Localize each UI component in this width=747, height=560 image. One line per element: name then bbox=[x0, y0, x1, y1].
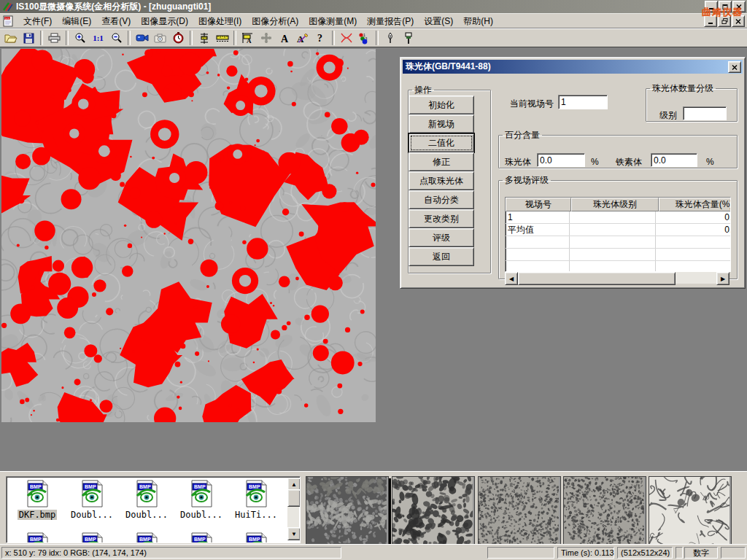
vendor-watermark: 曲靖仪器 bbox=[702, 6, 743, 19]
dialog-title-bar[interactable]: 珠光体(GB/T9441-88) bbox=[403, 60, 743, 74]
ferrite-label: 铁素体 bbox=[616, 156, 642, 168]
col-pearlite-grade[interactable]: 珠光体级别 bbox=[571, 198, 659, 211]
menu-image-analysis[interactable]: 图像分析(A) bbox=[247, 14, 303, 29]
ferrite-percent-input[interactable]: 0.0 bbox=[651, 153, 697, 167]
file-item[interactable]: BMP Doubl... bbox=[66, 480, 118, 520]
col-field-number[interactable]: 视场号 bbox=[506, 198, 571, 211]
rate-button[interactable]: 评级 bbox=[409, 228, 474, 247]
metallographic-image[interactable] bbox=[1, 49, 376, 422]
file-name[interactable]: Doubl... bbox=[69, 510, 115, 520]
toolbar: 1:1 A A A ? 13 bbox=[0, 28, 747, 47]
text-button[interactable]: A bbox=[275, 30, 293, 47]
file-name[interactable]: Doubl... bbox=[179, 510, 224, 520]
help-button[interactable]: ? bbox=[311, 30, 330, 47]
grade-input[interactable] bbox=[683, 106, 727, 120]
table-horizontal-scrollbar[interactable]: ◀ ▶ bbox=[505, 272, 729, 284]
table-row[interactable]: 平均值 0.0 bbox=[506, 224, 730, 236]
binarize-button[interactable]: 二值化 bbox=[409, 133, 474, 152]
zoom-out-button[interactable] bbox=[107, 30, 125, 47]
file-name[interactable]: DKF.bmp bbox=[18, 510, 58, 520]
operations-legend: 操作 bbox=[412, 84, 434, 96]
scroll-thumb[interactable] bbox=[518, 272, 676, 285]
menu-image-display[interactable]: 图像显示(D) bbox=[136, 14, 193, 29]
menu-view[interactable]: 查看(V) bbox=[96, 14, 136, 29]
cell: 1 bbox=[506, 211, 570, 223]
menu-image-processing[interactable]: 图像处理(I) bbox=[193, 14, 247, 29]
text-edit-button[interactable]: A bbox=[293, 30, 311, 47]
zoom-in-button[interactable] bbox=[71, 30, 89, 47]
curve-button[interactable] bbox=[337, 30, 355, 47]
rating-table[interactable]: 视场号 珠光体级别 珠光体含量(%) 铁素体 1 0.0 平均值 0.0 bbox=[505, 197, 731, 272]
actual-size-button[interactable]: 1:1 bbox=[89, 30, 107, 47]
print-button[interactable] bbox=[45, 30, 63, 47]
timer-button[interactable] bbox=[169, 30, 187, 47]
file-item[interactable]: BMP DKF.bmp bbox=[11, 480, 63, 520]
initialize-button[interactable]: 初始化 bbox=[409, 96, 474, 114]
thumbnail-1[interactable] bbox=[306, 476, 389, 546]
menu-image-measure[interactable]: 图像测量(M) bbox=[303, 14, 362, 29]
current-field-input[interactable]: 1 bbox=[558, 95, 608, 109]
menu-file[interactable]: 文件(F) bbox=[18, 14, 57, 29]
table-row[interactable] bbox=[506, 261, 730, 272]
toolbar-separator bbox=[233, 31, 236, 45]
auto-classify-button[interactable]: 自动分类 bbox=[409, 190, 474, 209]
svg-text:BMP: BMP bbox=[194, 537, 206, 542]
col-pearlite-content[interactable]: 珠光体含量(%) bbox=[659, 198, 731, 211]
video-camera-button[interactable] bbox=[133, 30, 151, 47]
return-button[interactable]: 返回 bbox=[409, 247, 474, 266]
brush-button[interactable] bbox=[399, 30, 417, 47]
file-item[interactable]: BMP Doubl... bbox=[175, 480, 228, 520]
scroll-down-button[interactable]: ▼ bbox=[287, 527, 301, 540]
percent-group: 百分含量 珠光体 0.0 % 铁素体 0.0 % bbox=[498, 129, 738, 168]
file-item[interactable]: BMP bbox=[66, 532, 118, 543]
pen-button[interactable] bbox=[381, 30, 399, 47]
ruler-vertical-button[interactable] bbox=[195, 30, 213, 47]
scroll-left-button[interactable]: ◀ bbox=[505, 272, 518, 285]
camera-button[interactable] bbox=[151, 30, 169, 47]
bottom-panel: BMP DKF.bmp BMP Doubl... BMP Doubl... BM… bbox=[0, 471, 747, 545]
menu-settings[interactable]: 设置(S) bbox=[419, 14, 458, 29]
table-header-row: 视场号 珠光体级别 珠光体含量(%) 铁素体 bbox=[506, 198, 730, 211]
color-dots-button[interactable]: 13 bbox=[355, 30, 374, 47]
table-row[interactable] bbox=[506, 236, 730, 249]
change-class-button[interactable]: 更改类别 bbox=[409, 209, 474, 228]
table-row[interactable]: 1 0.0 bbox=[506, 211, 730, 224]
ruler-horizontal-button[interactable] bbox=[213, 30, 231, 47]
thumbnail-5[interactable] bbox=[649, 476, 732, 546]
scroll-thumb[interactable] bbox=[287, 489, 301, 507]
open-button[interactable] bbox=[1, 30, 20, 47]
menu-help[interactable]: 帮助(H) bbox=[458, 14, 498, 29]
pearlite-percent-input[interactable]: 0.0 bbox=[537, 153, 585, 167]
file-browser[interactable]: BMP DKF.bmp BMP Doubl... BMP Doubl... BM… bbox=[6, 476, 301, 543]
thumbnail-2[interactable] bbox=[392, 476, 475, 546]
file-name[interactable]: Doubl... bbox=[124, 510, 169, 520]
menu-edit[interactable]: 编辑(E) bbox=[57, 14, 96, 29]
save-button[interactable] bbox=[20, 30, 38, 47]
file-name[interactable]: HuiTi... bbox=[233, 510, 279, 520]
svg-text:A: A bbox=[247, 37, 252, 44]
file-item[interactable]: BMP bbox=[175, 532, 228, 543]
scroll-track[interactable] bbox=[676, 272, 716, 284]
new-field-button[interactable]: 新视场 bbox=[409, 114, 474, 133]
pick-pearlite-button[interactable]: 点取珠光体 bbox=[409, 171, 474, 190]
cell bbox=[506, 236, 570, 248]
image-size-readout: (512x512x24) bbox=[617, 547, 673, 559]
move-button[interactable] bbox=[257, 30, 275, 47]
svg-text:BMP: BMP bbox=[30, 537, 42, 542]
file-item[interactable]: BMP bbox=[230, 532, 282, 543]
cell bbox=[656, 236, 731, 248]
table-row[interactable] bbox=[506, 249, 730, 261]
file-vertical-scrollbar[interactable]: ▲ ▼ bbox=[287, 478, 299, 540]
thumbnail-4[interactable] bbox=[563, 476, 646, 546]
scroll-right-button[interactable]: ▶ bbox=[716, 272, 729, 285]
svg-text:A: A bbox=[281, 34, 289, 44]
file-item[interactable]: BMP HuiTi... bbox=[230, 480, 282, 520]
file-item[interactable]: BMP bbox=[120, 532, 173, 543]
thumbnail-3[interactable] bbox=[478, 476, 561, 546]
file-item[interactable]: BMP Doubl... bbox=[120, 480, 173, 520]
file-item[interactable]: BMP bbox=[11, 532, 63, 543]
ruler-text-button[interactable]: A bbox=[239, 30, 257, 47]
dialog-close-button[interactable] bbox=[728, 61, 741, 73]
correct-button[interactable]: 修正 bbox=[409, 152, 474, 171]
menu-measure-report[interactable]: 测量报告(P) bbox=[362, 14, 419, 29]
